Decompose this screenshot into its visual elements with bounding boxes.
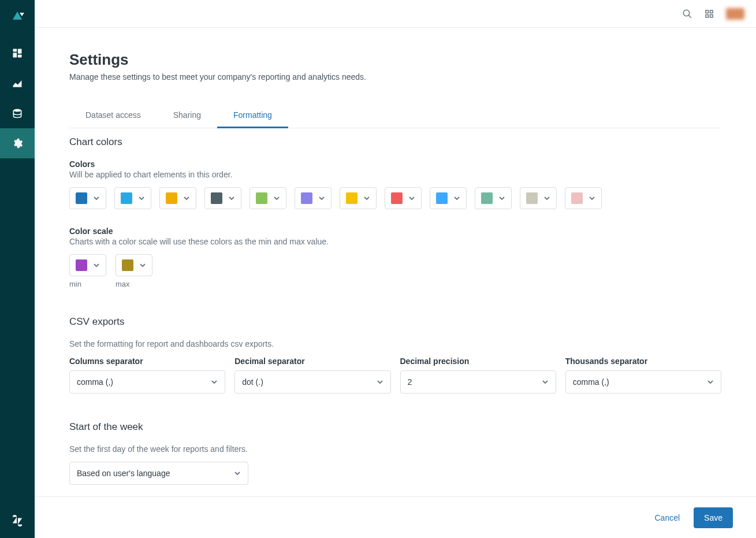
select-value: Based on user's language	[77, 469, 170, 478]
tab-formatting[interactable]: Formatting	[217, 105, 288, 128]
color-swatch	[256, 192, 267, 204]
chart-color-picker-2[interactable]	[114, 187, 151, 209]
select-value: dot (.)	[242, 377, 263, 387]
color-swatch	[301, 192, 312, 204]
color-swatch	[122, 259, 133, 271]
chevron-down-icon	[363, 195, 370, 202]
svg-rect-8	[710, 10, 713, 13]
svg-rect-9	[706, 14, 709, 17]
cancel-button[interactable]: Cancel	[654, 513, 680, 522]
sidebar-item-datasets[interactable]	[0, 98, 35, 128]
chart-color-picker-6[interactable]	[295, 187, 332, 209]
chart-color-picker-10[interactable]	[475, 187, 512, 209]
chevron-down-icon	[498, 195, 505, 202]
chevron-down-icon	[707, 379, 714, 385]
thousands-separator-label: Thousands separator	[565, 357, 721, 366]
decimal-precision-select[interactable]: 2	[400, 370, 556, 394]
color-swatch	[481, 192, 493, 204]
chevron-down-icon	[273, 195, 280, 202]
svg-line-6	[688, 15, 691, 18]
chevron-down-icon	[139, 262, 146, 269]
color-swatch	[571, 192, 583, 204]
color-scale-min-picker[interactable]	[69, 254, 106, 276]
svg-rect-7	[706, 10, 709, 13]
section-chart-colors: Chart colors	[69, 136, 721, 148]
chart-color-picker-4[interactable]	[204, 187, 241, 209]
start-of-week-select[interactable]: Based on user's language	[69, 462, 248, 485]
section-csv-exports: CSV exports	[69, 316, 721, 328]
decimal-separator-label: Decimal separator	[234, 357, 390, 366]
chart-color-picker-11[interactable]	[520, 187, 557, 209]
chevron-down-icon	[211, 379, 218, 385]
chevron-down-icon	[408, 195, 415, 202]
save-button[interactable]: Save	[694, 507, 733, 528]
svg-rect-3	[18, 55, 22, 58]
svg-point-4	[13, 109, 21, 112]
page-title: Settings	[69, 51, 721, 69]
chevron-down-icon	[183, 195, 190, 202]
decimal-separator-select[interactable]: dot (.)	[234, 370, 390, 394]
chevron-down-icon	[589, 195, 595, 202]
sidebar-item-reports[interactable]	[0, 68, 35, 98]
color-swatch	[76, 259, 87, 271]
chart-color-picker-5[interactable]	[249, 187, 286, 209]
select-value: 2	[408, 377, 412, 387]
app-logo[interactable]	[9, 8, 25, 24]
search-icon[interactable]	[682, 9, 692, 19]
svg-rect-10	[710, 14, 713, 17]
sidebar-item-settings[interactable]	[0, 128, 35, 158]
tab-dataset-access[interactable]: Dataset access	[69, 105, 157, 128]
zendesk-logo[interactable]	[11, 514, 24, 529]
chevron-down-icon	[234, 470, 241, 477]
csv-desc: Set the formatting for report and dashbo…	[69, 339, 721, 348]
settings-tabs: Dataset access Sharing Formatting	[69, 105, 721, 128]
decimal-precision-label: Decimal precision	[400, 357, 556, 366]
chevron-down-icon	[542, 379, 549, 385]
color-swatch	[436, 192, 448, 204]
chart-color-picker-8[interactable]	[385, 187, 422, 209]
chevron-down-icon	[543, 195, 550, 202]
color-swatch	[121, 192, 132, 204]
color-swatch	[391, 192, 403, 204]
chevron-down-icon	[318, 195, 325, 202]
section-start-of-week: Start of the week	[69, 421, 721, 433]
sidebar-item-dashboards[interactable]	[0, 38, 35, 68]
colors-desc: Will be applied to chart elements in thi…	[69, 170, 721, 179]
svg-rect-2	[13, 53, 17, 57]
colors-label: Colors	[69, 159, 721, 169]
color-swatch	[211, 192, 222, 204]
tab-sharing[interactable]: Sharing	[157, 105, 217, 128]
thousands-separator-select[interactable]: comma (,)	[565, 370, 721, 394]
chart-color-picker-7[interactable]	[340, 187, 377, 209]
select-value: comma (,)	[77, 377, 113, 387]
user-avatar[interactable]	[726, 8, 744, 20]
select-value: comma (,)	[573, 377, 609, 387]
chevron-down-icon	[453, 195, 460, 202]
columns-separator-label: Columns separator	[69, 357, 225, 366]
chart-color-picker-3[interactable]	[159, 187, 196, 209]
columns-separator-select[interactable]: comma (,)	[69, 370, 225, 394]
chart-color-picker-1[interactable]	[69, 187, 106, 209]
chart-color-picker-12[interactable]	[565, 187, 602, 209]
color-scale-desc: Charts with a color scale will use these…	[69, 237, 721, 246]
week-desc: Set the first day of the week for report…	[69, 444, 721, 454]
scale-max-label: max	[116, 280, 152, 288]
chevron-down-icon	[228, 195, 235, 202]
scale-min-label: min	[69, 280, 106, 288]
color-scale-max-picker[interactable]	[116, 254, 152, 276]
color-swatch	[76, 192, 87, 204]
chevron-down-icon	[93, 195, 100, 202]
svg-point-5	[683, 10, 690, 16]
chart-color-picker-9[interactable]	[430, 187, 467, 209]
apps-grid-icon[interactable]	[704, 9, 714, 19]
chevron-down-icon	[93, 262, 100, 269]
chevron-down-icon	[138, 195, 145, 202]
color-swatch	[526, 192, 538, 204]
chevron-down-icon	[377, 379, 383, 385]
svg-rect-1	[18, 49, 22, 54]
color-swatch	[346, 192, 357, 204]
color-scale-label: Color scale	[69, 227, 721, 236]
color-swatch	[166, 192, 177, 204]
page-subtitle: Manage these settings to best meet your …	[69, 72, 721, 81]
svg-rect-0	[13, 49, 17, 52]
